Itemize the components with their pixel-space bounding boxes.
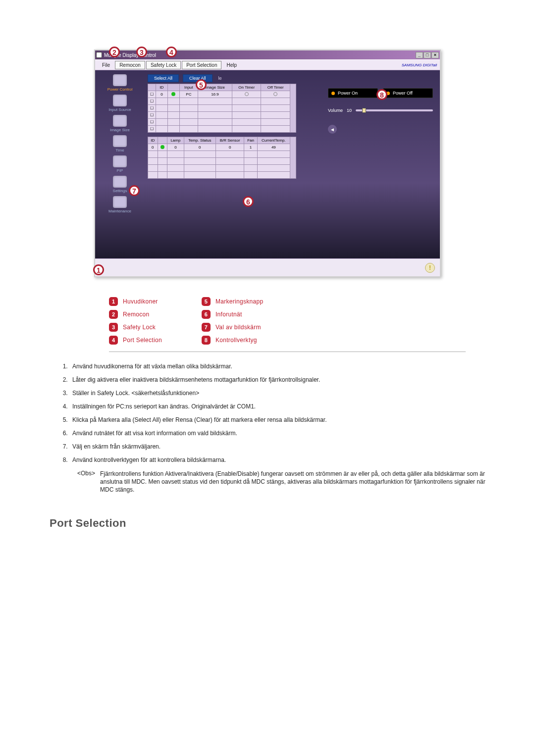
close-button[interactable]: ×: [431, 52, 439, 58]
legend-number: 1: [109, 297, 118, 306]
speaker-icon[interactable]: ◄: [328, 125, 337, 134]
cell-ct: 49: [257, 144, 290, 151]
maximize-button[interactable]: □: [424, 52, 431, 58]
legend-number: 3: [109, 323, 118, 332]
app-icon: [96, 52, 102, 58]
circle-icon: [273, 92, 277, 96]
cell-input: PC: [179, 91, 198, 98]
table-row[interactable]: ☐: [148, 112, 296, 119]
sidebar: Power Control Input Source Image Size Ti…: [95, 70, 145, 258]
scrollbar[interactable]: [290, 84, 296, 133]
table-row[interactable]: [148, 165, 296, 172]
menu-port-selection[interactable]: Port Selection: [182, 61, 221, 69]
table-row[interactable]: 0 0 0 0 1 49: [148, 144, 296, 151]
table-row[interactable]: ☐: [148, 126, 296, 133]
callout-4: 4: [166, 47, 177, 57]
table-row[interactable]: [148, 172, 296, 179]
warning-icon: !: [425, 263, 435, 273]
circle-icon: [245, 92, 249, 96]
toolbar-title-suffix: le: [218, 76, 222, 81]
power-off-button[interactable]: Power Off: [383, 88, 433, 98]
legend-text: Kontrollverktyg: [215, 337, 257, 344]
table-header-row: ID Input Image Size On Timer Off Timer: [148, 84, 296, 91]
list-item: Ställer in Safety Lock. <säkerhetslåsfun…: [69, 390, 485, 397]
table-row[interactable]: ☐ 0 PC 16:9: [148, 91, 296, 98]
section-heading: Port Selection: [50, 517, 485, 530]
cell-lamp: 0: [167, 144, 184, 151]
power-on-label: Power On: [338, 91, 358, 96]
sidebar-item-power-control[interactable]: Power Control: [107, 74, 133, 92]
menu-file[interactable]: File: [98, 61, 114, 69]
cell-size: 16:9: [198, 91, 232, 98]
col-status: [167, 84, 179, 91]
table-row[interactable]: ☐: [148, 105, 296, 112]
power-off-label: Power Off: [393, 91, 413, 96]
cell-id: 0: [156, 91, 168, 98]
legend-text: Port Selection: [123, 337, 162, 344]
minimize-button[interactable]: _: [416, 52, 423, 58]
sidebar-label: Time: [115, 148, 124, 152]
cell-id: 0: [148, 144, 158, 151]
menu-safety-lock[interactable]: Safety Lock: [146, 61, 181, 69]
legend: 1 Huvudikoner 2 Remocon 3 Safety Lock 4 …: [109, 297, 466, 352]
col-id: ID: [156, 84, 168, 91]
display-table: ID Input Image Size On Timer Off Timer ☐…: [148, 84, 296, 133]
sidebar-label: Settings: [113, 189, 127, 193]
col-check: [148, 84, 156, 91]
table-row[interactable]: ☐: [148, 98, 296, 105]
legend-item: 5 Markeringsknapp: [202, 297, 264, 306]
power-on-button[interactable]: Power On: [328, 88, 378, 98]
cell-status: [158, 144, 167, 151]
volume-control: Volume 10: [328, 108, 433, 113]
table-row[interactable]: ☐: [148, 119, 296, 126]
brand-logo: SAMSUNG DIGITall: [402, 63, 437, 67]
time-icon: [113, 135, 127, 147]
legend-text: Markeringsknapp: [215, 298, 264, 305]
table-row[interactable]: [148, 158, 296, 165]
sidebar-item-pip[interactable]: PIP: [113, 155, 127, 173]
legend-item: 2 Remocon: [109, 310, 162, 319]
legend-item: 7 Val av bildskärm: [202, 323, 264, 332]
callout-1: 1: [93, 264, 104, 275]
legend-number: 8: [202, 336, 211, 345]
legend-number: 7: [202, 323, 211, 332]
col-off-timer: Off Timer: [261, 84, 290, 91]
callout-5: 5: [196, 79, 207, 90]
menu-remocon[interactable]: Remocon: [115, 61, 145, 69]
legend-text: Huvudikoner: [123, 298, 158, 305]
main-panel: Select All Clear All le ID Input Image S…: [145, 70, 321, 258]
sidebar-item-time[interactable]: Time: [113, 135, 127, 152]
statusbar: !: [95, 258, 440, 276]
col-temp-status: Temp. Status: [184, 137, 215, 144]
list-item: Låter dig aktivera eller inaktivera bild…: [69, 376, 485, 383]
sidebar-label: Image Size: [110, 128, 130, 132]
volume-slider[interactable]: [356, 109, 433, 111]
description-list: Använd huvudikonerna för att växla mella…: [69, 363, 485, 463]
scrollbar[interactable]: [290, 137, 296, 179]
note: <Obs> Fjärrkontrollens funktion Aktivera…: [77, 470, 485, 494]
cell-status: [167, 91, 179, 98]
cell-on: [232, 91, 261, 98]
status-green-icon: [160, 145, 164, 149]
table-row[interactable]: [148, 151, 296, 158]
sidebar-label: Power Control: [107, 87, 133, 92]
cell-fan: 1: [244, 144, 257, 151]
legend-number: 2: [109, 310, 118, 319]
sidebar-item-image-size[interactable]: Image Size: [110, 115, 130, 132]
pip-icon: [113, 155, 127, 167]
select-all-button[interactable]: Select All: [148, 74, 179, 82]
callout-8: 8: [376, 89, 387, 100]
sidebar-item-settings[interactable]: Settings: [113, 176, 127, 193]
volume-slider-thumb[interactable]: [362, 108, 366, 113]
callout-3: 3: [136, 47, 147, 57]
list-item: Inställningen för PC:ns serieport kan än…: [69, 403, 485, 410]
power-control-icon: [113, 74, 127, 86]
sidebar-item-maintenance[interactable]: Maintenance: [108, 196, 131, 213]
menu-help[interactable]: Help: [222, 61, 241, 69]
legend-item: 4 Port Selection: [109, 336, 162, 345]
note-label: <Obs>: [77, 470, 95, 494]
col-id: ID: [148, 137, 158, 144]
callout-7: 7: [129, 185, 140, 196]
row-checkbox[interactable]: ☐: [148, 91, 156, 98]
sidebar-item-input-source[interactable]: Input Source: [108, 95, 131, 112]
